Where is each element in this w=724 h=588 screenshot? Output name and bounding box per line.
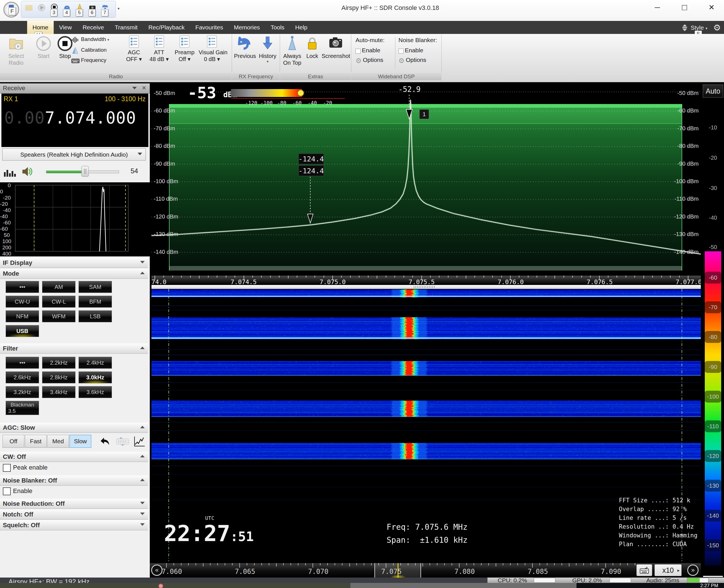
nav-keyboard-button[interactable] xyxy=(636,564,652,576)
section-header-filter[interactable]: Filter xyxy=(0,343,148,354)
colorscale-label: -100 xyxy=(704,391,721,402)
section-header-squelch[interactable]: Squelch: Off xyxy=(0,520,148,530)
noise-blanker-options-button[interactable]: ⚙ Options xyxy=(399,57,426,65)
start-button[interactable]: Start xyxy=(33,36,54,59)
section-header-noise-reduction[interactable]: Noise Reduction: Off xyxy=(0,499,148,509)
section-header-if-display[interactable]: IF Display xyxy=(0,258,148,268)
style-menu[interactable]: Style ▾ xyxy=(691,24,708,31)
frequency-button[interactable]: Frequency xyxy=(71,57,122,64)
calibration-button[interactable]: Calibration xyxy=(71,47,122,54)
chevron-down-icon xyxy=(140,523,145,526)
mode-button-bfm[interactable]: BFM xyxy=(79,296,112,308)
always-on-top-button[interactable]: AlwaysOn Top xyxy=(282,35,302,66)
receive-panel-header[interactable]: Receive ✕ xyxy=(0,83,150,93)
screenshot-button[interactable]: Screenshot xyxy=(322,35,350,59)
agc-fast-button[interactable]: Fast xyxy=(25,435,47,448)
filter-button-2-8khz[interactable]: 2.8kHz xyxy=(42,372,76,383)
rf-spectrum-display[interactable]: -53 dBm -120-100-80-60-40-20 -52.9 1 -12… xyxy=(151,83,701,276)
tab-help[interactable]: Help xyxy=(290,21,313,34)
noise-blanker-enable-checkbox[interactable]: Enable xyxy=(399,47,423,54)
filter-button-2-6khz[interactable]: 2.6kHz xyxy=(6,372,39,383)
ribbon-dropdown-att[interactable]: ATT48 dB ▾ xyxy=(146,35,172,72)
panel-close-icon[interactable]: ✕ xyxy=(142,85,146,91)
tab-favourites[interactable]: Favourites xyxy=(190,21,228,34)
frequency-display[interactable]: RX 1 100 - 3100 Hz 0.007.074.000 xyxy=(1,93,148,147)
previous-frequency-button[interactable]: Previous xyxy=(234,35,255,59)
auto-mute-options-button[interactable]: ⚙ Options xyxy=(356,57,383,65)
down-arrow-icon xyxy=(260,35,276,51)
minimize-button[interactable] xyxy=(651,2,663,13)
mode-button-[interactable]: ••• xyxy=(6,281,39,293)
bandwidth-button[interactable]: Bandwidth ▾ xyxy=(71,36,122,43)
spectrum-frequency-axis[interactable]: 74.07.074.57.075.07.075.57.076.07.076.57… xyxy=(151,276,701,285)
window-function-button[interactable]: Blackman 3.5 xyxy=(6,401,39,415)
mode-button-usb[interactable]: USB xyxy=(6,325,39,337)
thumb-grip xyxy=(84,169,85,174)
mode-button-wfm[interactable]: WFM xyxy=(42,310,76,322)
audio-levels-icon[interactable] xyxy=(4,166,16,177)
section-header-noise-blanker[interactable]: Noise Blanker: Off xyxy=(0,476,148,486)
mode-button-sam[interactable]: SAM xyxy=(79,281,112,293)
filter-button-2-4khz[interactable]: 2.4kHz xyxy=(79,357,112,369)
filter-button-3-2khz[interactable]: 3.2kHz xyxy=(6,386,39,398)
filter-button-3-4khz[interactable]: 3.4kHz xyxy=(42,386,76,398)
ribbon-collapse-icon[interactable] xyxy=(680,23,689,33)
colorscale-auto-button[interactable]: Auto xyxy=(703,85,723,98)
qat-button-1[interactable] xyxy=(24,3,35,13)
tab-memories[interactable]: Memories xyxy=(228,21,265,34)
panel-menu-icon[interactable] xyxy=(132,87,137,89)
splitter-handle[interactable] xyxy=(414,286,436,288)
db-axis-label-right: -90 dBm xyxy=(662,161,699,167)
nav-zoom-button[interactable]: x10 ▸ xyxy=(655,564,682,576)
peak-enable-checkbox[interactable] xyxy=(3,464,11,472)
taskbar-app-icon[interactable] xyxy=(158,584,163,588)
auto-mute-enable-checkbox[interactable]: Enable xyxy=(356,47,380,54)
agc-chart-icon[interactable] xyxy=(133,436,145,447)
spectrum-waterfall-splitter[interactable] xyxy=(151,285,701,289)
section-header-notch[interactable]: Notch: Off xyxy=(0,509,148,520)
section-header-agc[interactable]: AGC: Slow xyxy=(0,423,148,433)
filter-button-[interactable]: ••• xyxy=(6,357,39,369)
mode-button-cw-l[interactable]: CW-L xyxy=(42,296,76,308)
speaker-icon[interactable] xyxy=(21,166,34,177)
filter-button-3-6khz[interactable]: 3.6kHz xyxy=(79,386,112,398)
close-button[interactable] xyxy=(705,2,718,13)
agc-slow-button[interactable]: Slow xyxy=(69,435,91,448)
colorscale-label: -120 xyxy=(704,450,721,462)
tab-tools[interactable]: Tools xyxy=(265,21,290,34)
mode-button-lsb[interactable]: LSB xyxy=(79,310,112,322)
ribbon-dropdown-agc[interactable]: AGCOFF ▾ xyxy=(121,35,147,72)
tab-transmit[interactable]: Transmit xyxy=(109,21,143,34)
ribbon-dropdown-visual-gain[interactable]: Visual Gain0 dB ▾ xyxy=(199,35,225,72)
volume-slider-thumb[interactable] xyxy=(81,166,89,177)
maximize-button[interactable] xyxy=(678,2,691,13)
waterfall-display[interactable]: UTC 22:27:51 Freq: 7.075.6 MHz Span: ±1.… xyxy=(151,289,701,561)
section-header-cw[interactable]: CW: Off xyxy=(0,452,148,462)
ribbon-dropdown-preamp[interactable]: PreampOff ▾ xyxy=(171,35,198,72)
filter-button-3-0khz[interactable]: 3.0kHz xyxy=(79,372,112,383)
mode-button-nfm[interactable]: NFM xyxy=(6,310,39,322)
agc-off-button[interactable]: Off xyxy=(3,435,24,448)
tab-receive[interactable]: Receive xyxy=(77,21,109,34)
qat-button-2[interactable] xyxy=(37,3,47,13)
s-meter-dot xyxy=(297,90,304,97)
settings-gear-icon[interactable]: ⚙ xyxy=(713,23,721,33)
band-navigation-bar[interactable]: « » x10 ▸ 7.0607.0657.0707.0757.0807.085… xyxy=(150,563,701,578)
agc-scheme-icon[interactable] xyxy=(116,437,129,447)
mode-button-cw-u[interactable]: CW-U xyxy=(6,296,39,308)
filter-button-2-2khz[interactable]: 2.2kHz xyxy=(42,357,76,369)
select-radio-button[interactable]: SelectRadio xyxy=(3,36,29,66)
lock-button[interactable]: Lock xyxy=(303,35,321,59)
nav-scroll-right-button[interactable]: » xyxy=(687,565,699,576)
tab-view[interactable]: View xyxy=(54,21,77,34)
mode-button-am[interactable]: AM xyxy=(42,281,76,293)
agc-undo-icon[interactable] xyxy=(98,436,111,447)
section-header-mode[interactable]: Mode xyxy=(0,269,148,279)
history-button[interactable]: History ▾ xyxy=(257,35,279,64)
tuned-frequency[interactable]: 0.007.074.000 xyxy=(4,108,136,127)
noise-blanker-enable-checkbox[interactable] xyxy=(3,487,11,495)
tab-rec-playback[interactable]: Rec/Playback xyxy=(143,21,190,34)
agc-med-button[interactable]: Med xyxy=(47,435,69,448)
audio-device-select[interactable]: Speakers (Realtek High Definition Audio) xyxy=(2,148,146,161)
window-function-name: Blackman xyxy=(10,402,34,408)
